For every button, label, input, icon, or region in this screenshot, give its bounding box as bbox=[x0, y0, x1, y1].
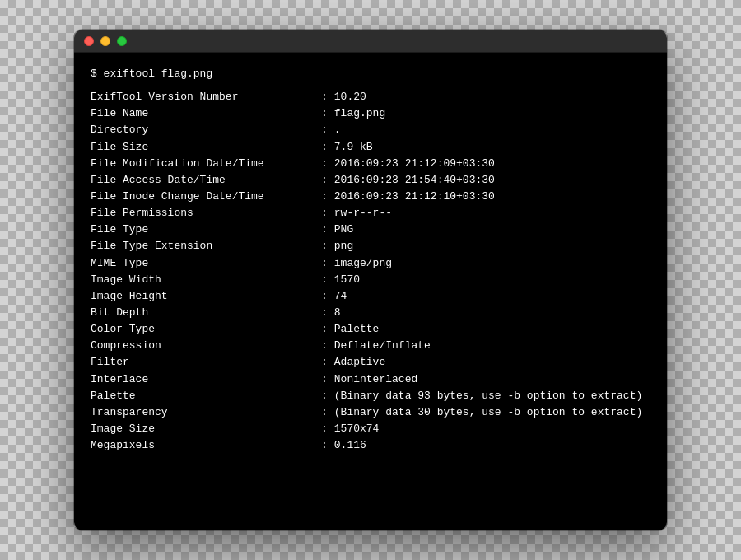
row-value: 2016:09:23 21:54:40+03:30 bbox=[334, 172, 495, 189]
row-label: MIME Type bbox=[91, 255, 321, 272]
table-row: File Modification Date/Time: 2016:09:23 … bbox=[91, 156, 650, 172]
table-row: File Type: PNG bbox=[91, 222, 650, 238]
row-separator: : bbox=[321, 189, 328, 205]
row-value: Noninterlaced bbox=[334, 371, 417, 388]
table-row: Color Type: Palette bbox=[91, 321, 650, 338]
row-label: Image Size bbox=[91, 421, 321, 437]
row-label: File Modification Date/Time bbox=[91, 156, 321, 172]
row-label: Filter bbox=[91, 354, 321, 371]
row-separator: : bbox=[321, 338, 328, 354]
row-label: Megapixels bbox=[91, 437, 321, 454]
row-label: File Size bbox=[91, 139, 321, 156]
table-row: File Access Date/Time: 2016:09:23 21:54:… bbox=[91, 172, 650, 189]
table-row: Directory: . bbox=[91, 122, 650, 138]
row-separator: : bbox=[321, 122, 328, 138]
row-label: File Permissions bbox=[91, 205, 321, 222]
titlebar bbox=[74, 30, 667, 53]
table-row: Transparency: (Binary data 30 bytes, use… bbox=[91, 404, 650, 421]
row-separator: : bbox=[321, 371, 328, 388]
table-row: Bit Depth: 8 bbox=[91, 305, 650, 321]
row-separator: : bbox=[321, 172, 328, 189]
command-line: $ exiftool flag.png bbox=[91, 66, 650, 82]
table-row: File Name: flag.png bbox=[91, 105, 650, 122]
row-value: (Binary data 93 bytes, use -b option to … bbox=[334, 388, 642, 404]
row-separator: : bbox=[321, 255, 328, 272]
row-label: Transparency bbox=[91, 404, 321, 421]
table-row: Interlace: Noninterlaced bbox=[91, 371, 650, 388]
terminal-content: $ exiftool flag.png ExifTool Version Num… bbox=[74, 53, 667, 530]
row-label: File Name bbox=[91, 105, 321, 122]
row-value: Palette bbox=[334, 321, 380, 338]
table-row: ExifTool Version Number: 10.20 bbox=[91, 89, 650, 105]
table-row: Filter: Adaptive bbox=[91, 354, 650, 371]
table-row: File Inode Change Date/Time: 2016:09:23 … bbox=[91, 189, 650, 205]
row-separator: : bbox=[321, 437, 328, 454]
row-value: 74 bbox=[334, 288, 347, 305]
row-value: . bbox=[334, 122, 341, 138]
row-label: Directory bbox=[91, 122, 321, 138]
terminal-window: $ exiftool flag.png ExifTool Version Num… bbox=[74, 30, 667, 530]
table-row: Megapixels: 0.116 bbox=[91, 437, 650, 454]
row-label: Compression bbox=[91, 338, 321, 354]
table-row: File Permissions: rw-r--r-- bbox=[91, 205, 650, 222]
row-value: png bbox=[334, 238, 353, 254]
table-row: Image Size: 1570x74 bbox=[91, 421, 650, 437]
row-value: Deflate/Inflate bbox=[334, 338, 431, 354]
row-value: 1570x74 bbox=[334, 421, 380, 437]
row-label: File Access Date/Time bbox=[91, 172, 321, 189]
row-value: 1570 bbox=[334, 272, 360, 288]
table-row: File Size: 7.9 kB bbox=[91, 139, 650, 156]
row-label: File Type bbox=[91, 222, 321, 238]
row-value: 10.20 bbox=[334, 89, 366, 105]
row-separator: : bbox=[321, 205, 328, 222]
row-separator: : bbox=[321, 139, 328, 156]
row-label: Interlace bbox=[91, 371, 321, 388]
maximize-button[interactable] bbox=[117, 36, 127, 46]
row-value: image/png bbox=[334, 255, 392, 272]
row-separator: : bbox=[321, 421, 328, 437]
row-separator: : bbox=[321, 388, 328, 404]
row-separator: : bbox=[321, 105, 328, 122]
row-label: File Type Extension bbox=[91, 238, 321, 254]
row-value: flag.png bbox=[334, 105, 385, 122]
table-row: Image Height: 74 bbox=[91, 288, 650, 305]
row-separator: : bbox=[321, 321, 328, 338]
row-separator: : bbox=[321, 404, 328, 421]
row-separator: : bbox=[321, 305, 328, 321]
row-separator: : bbox=[321, 89, 328, 105]
row-value: rw-r--r-- bbox=[334, 205, 392, 222]
row-label: File Inode Change Date/Time bbox=[91, 189, 321, 205]
row-label: Bit Depth bbox=[91, 305, 321, 321]
row-value: 7.9 kB bbox=[334, 139, 373, 156]
row-label: Image Height bbox=[91, 288, 321, 305]
row-value: 2016:09:23 21:12:10+03:30 bbox=[334, 189, 495, 205]
row-label: Image Width bbox=[91, 272, 321, 288]
row-label: Color Type bbox=[91, 321, 321, 338]
row-value: 2016:09:23 21:12:09+03:30 bbox=[334, 156, 495, 172]
table-row: Palette: (Binary data 93 bytes, use -b o… bbox=[91, 388, 650, 404]
table-row: Compression: Deflate/Inflate bbox=[91, 338, 650, 354]
close-button[interactable] bbox=[84, 36, 94, 46]
row-value: 0.116 bbox=[334, 437, 366, 454]
row-separator: : bbox=[321, 222, 328, 238]
table-row: Image Width: 1570 bbox=[91, 272, 650, 288]
row-separator: : bbox=[321, 354, 328, 371]
row-value: Adaptive bbox=[334, 354, 385, 371]
row-value: 8 bbox=[334, 305, 341, 321]
row-value: (Binary data 30 bytes, use -b option to … bbox=[334, 404, 642, 421]
row-separator: : bbox=[321, 272, 328, 288]
row-value: PNG bbox=[334, 222, 353, 238]
minimize-button[interactable] bbox=[100, 36, 110, 46]
row-label: ExifTool Version Number bbox=[91, 89, 321, 105]
prompt-text: $ exiftool flag.png bbox=[91, 68, 212, 80]
data-rows: ExifTool Version Number: 10.20File Name:… bbox=[91, 89, 650, 454]
row-separator: : bbox=[321, 288, 328, 305]
row-separator: : bbox=[321, 156, 328, 172]
table-row: File Type Extension: png bbox=[91, 238, 650, 254]
row-label: Palette bbox=[91, 388, 321, 404]
row-separator: : bbox=[321, 238, 328, 254]
table-row: MIME Type: image/png bbox=[91, 255, 650, 272]
